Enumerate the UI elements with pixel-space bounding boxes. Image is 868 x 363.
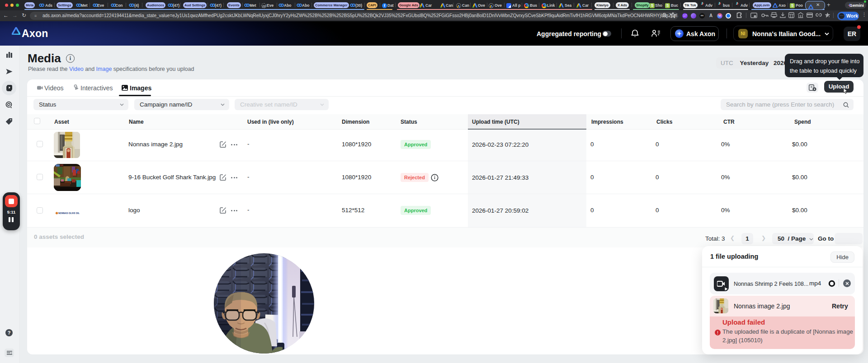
svg-text:NONNAS OLIVE OIL: NONNAS OLIVE OIL — [58, 211, 80, 214]
